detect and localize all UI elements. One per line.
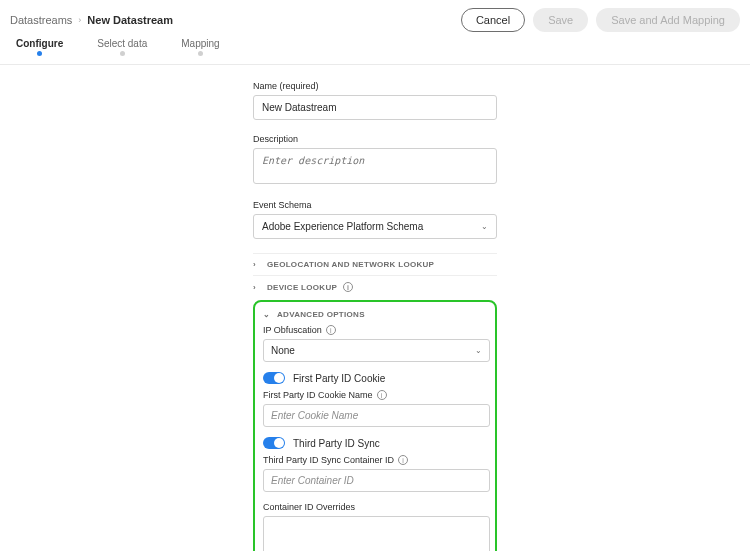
- third-party-container-id-input[interactable]: [263, 469, 490, 492]
- tab-label: Configure: [16, 38, 63, 49]
- name-input[interactable]: [253, 95, 497, 120]
- section-device-lookup[interactable]: › DEVICE LOOKUP i: [253, 275, 497, 298]
- chevron-right-icon: ›: [78, 15, 81, 25]
- chevron-down-icon: ⌄: [481, 222, 488, 231]
- breadcrumb-root[interactable]: Datastreams: [10, 14, 72, 26]
- section-title: DEVICE LOOKUP: [267, 283, 337, 292]
- breadcrumb: Datastreams › New Datastream: [10, 14, 173, 26]
- description-input[interactable]: [253, 148, 497, 184]
- select-value: Adobe Experience Platform Schema: [262, 221, 423, 232]
- tab-indicator-icon: [198, 51, 203, 56]
- ip-obfuscation-label: IP Obfuscation i: [263, 325, 487, 335]
- tab-label: Mapping: [181, 38, 219, 49]
- event-schema-label: Event Schema: [253, 200, 497, 210]
- chevron-down-icon: ⌄: [475, 346, 482, 355]
- wizard-tabs: Configure Select data Mapping: [0, 38, 750, 65]
- third-party-id-sync-toggle[interactable]: [263, 437, 285, 449]
- save-add-mapping-button: Save and Add Mapping: [596, 8, 740, 32]
- chevron-down-icon: ⌄: [263, 310, 271, 319]
- name-label: Name (required): [253, 81, 497, 91]
- info-icon[interactable]: i: [343, 282, 353, 292]
- info-icon[interactable]: i: [398, 455, 408, 465]
- container-overrides-input[interactable]: [263, 516, 490, 551]
- event-schema-select[interactable]: Adobe Experience Platform Schema ⌄: [253, 214, 497, 239]
- description-label: Description: [253, 134, 497, 144]
- first-party-cookie-name-input[interactable]: [263, 404, 490, 427]
- third-party-toggle-label: Third Party ID Sync: [293, 438, 380, 449]
- ip-obfuscation-select[interactable]: None ⌄: [263, 339, 490, 362]
- section-title: GEOLOCATION AND NETWORK LOOKUP: [267, 260, 434, 269]
- tab-label: Select data: [97, 38, 147, 49]
- tab-select-data[interactable]: Select data: [97, 38, 147, 60]
- tab-mapping[interactable]: Mapping: [181, 38, 219, 60]
- breadcrumb-current: New Datastream: [87, 14, 173, 26]
- tab-indicator-icon: [37, 51, 42, 56]
- container-overrides-label: Container ID Overrides: [263, 502, 487, 512]
- chevron-right-icon: ›: [253, 260, 261, 269]
- chevron-right-icon: ›: [253, 283, 261, 292]
- info-icon[interactable]: i: [377, 390, 387, 400]
- first-party-toggle-label: First Party ID Cookie: [293, 373, 385, 384]
- first-party-id-cookie-toggle[interactable]: [263, 372, 285, 384]
- action-buttons: Cancel Save Save and Add Mapping: [461, 8, 740, 32]
- third-party-container-id-label: Third Party ID Sync Container ID i: [263, 455, 487, 465]
- tab-indicator-icon: [120, 51, 125, 56]
- advanced-options-panel: ⌄ ADVANCED OPTIONS IP Obfuscation i None…: [253, 300, 497, 551]
- tab-configure[interactable]: Configure: [16, 38, 63, 60]
- info-icon[interactable]: i: [326, 325, 336, 335]
- cancel-button[interactable]: Cancel: [461, 8, 525, 32]
- section-title: ADVANCED OPTIONS: [277, 310, 365, 319]
- select-value: None: [271, 345, 295, 356]
- first-party-cookie-name-label: First Party ID Cookie Name i: [263, 390, 487, 400]
- save-button: Save: [533, 8, 588, 32]
- section-geolocation[interactable]: › GEOLOCATION AND NETWORK LOOKUP: [253, 253, 497, 275]
- section-advanced[interactable]: ⌄ ADVANCED OPTIONS: [263, 310, 487, 325]
